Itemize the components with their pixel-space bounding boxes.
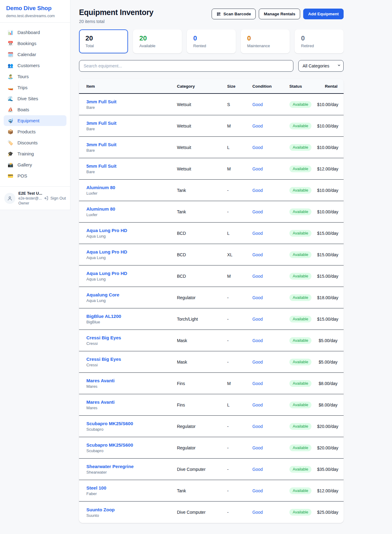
main-content: Equipment Inventory 20 items total Scan … [79, 8, 344, 532]
item-name-link[interactable]: Cressi Big Eyes [86, 335, 177, 340]
category-cell: Dive Computer [177, 510, 227, 515]
condition-link[interactable]: Good [252, 188, 289, 193]
condition-link[interactable]: Good [252, 510, 289, 515]
condition-link[interactable]: Good [252, 295, 289, 300]
item-name-link[interactable]: Mares Avanti [86, 399, 177, 405]
category-cell: Fins [177, 402, 227, 407]
condition-link[interactable]: Good [252, 145, 289, 150]
sidebar-item-customers[interactable]: 👥Customers [4, 60, 66, 71]
item-cell: Scubapro MK25/S600Scubapro [79, 421, 177, 432]
category-cell: Fins [177, 381, 227, 386]
status-badge: Available [289, 402, 312, 408]
item-name-link[interactable]: Aqualung Core [86, 292, 177, 297]
calendar-icon: 🗓️ [7, 52, 13, 57]
status-badge: Available [289, 380, 312, 387]
item-name-link[interactable]: Mares Avanti [86, 378, 177, 383]
search-input[interactable] [79, 60, 293, 72]
stat-label: Available [139, 44, 175, 48]
condition-link[interactable]: Good [252, 381, 289, 386]
sidebar-item-discounts[interactable]: 🏷️Discounts [4, 137, 66, 148]
size-cell: - [227, 445, 252, 450]
item-name-link[interactable]: 3mm Full Suit [86, 120, 177, 126]
status-badge: Available [289, 230, 312, 237]
item-cell: Aqua Lung Pro HDAqua Lung [79, 271, 177, 281]
stats-row: 20Total20Available0Rented0Maintenance0Re… [79, 29, 344, 53]
sidebar-item-label: POS [17, 173, 27, 178]
sidebar-item-training[interactable]: 🎓Training [4, 148, 66, 159]
item-name-link[interactable]: Cressi Big Eyes [86, 357, 177, 362]
condition-link[interactable]: Good [252, 338, 289, 343]
item-cell: Steel 100Faber [79, 485, 177, 496]
condition-link[interactable]: Good [252, 424, 289, 429]
sidebar-item-products[interactable]: 📦Products [4, 126, 66, 137]
item-name-link[interactable]: Aluminum 80 [86, 206, 177, 212]
sign-out-button[interactable]: Sign Out [44, 196, 66, 200]
manage-rentals-button[interactable]: Manage Rentals [259, 9, 300, 19]
brand-title[interactable]: Demo Dive Shop [6, 5, 64, 12]
stat-card-retired[interactable]: 0Retired [295, 29, 344, 53]
category-filter[interactable]: All Categories [298, 60, 344, 72]
item-name-link[interactable]: Scubapro MK25/S600 [86, 421, 177, 426]
item-name-link[interactable]: 3mm Full Suit [86, 99, 177, 104]
condition-link[interactable]: Good [252, 209, 289, 214]
sidebar-item-label: Calendar [17, 52, 36, 57]
condition-link[interactable]: Good [252, 317, 289, 322]
table-row: 3mm Full SuitBareWetsuitLGoodAvailable$1… [79, 137, 344, 158]
condition-link[interactable]: Good [252, 360, 289, 364]
condition-link[interactable]: Good [252, 231, 289, 236]
status-badge: Available [289, 359, 312, 365]
category-cell: BCD [177, 252, 227, 257]
item-name-link[interactable]: Scubapro MK25/S600 [86, 442, 177, 448]
sidebar-item-equipment[interactable]: 🤿Equipment [4, 115, 66, 126]
sidebar-item-trips[interactable]: 🚤Trips [4, 82, 66, 93]
condition-link[interactable]: Good [252, 488, 289, 493]
item-name-link[interactable]: Suunto Zoop [86, 507, 177, 512]
stat-card-total[interactable]: 20Total [79, 29, 128, 53]
table-row: Aluminum 80LuxferTank-GoodAvailable$10.0… [79, 201, 344, 223]
rental-price: $8.00/day [317, 402, 344, 407]
condition-link[interactable]: Good [252, 274, 289, 279]
size-cell: M [227, 166, 252, 171]
item-brand: Bare [86, 148, 177, 153]
sidebar-item-gallery[interactable]: 📸Gallery [4, 159, 66, 170]
item-name-link[interactable]: Shearwater Peregrine [86, 464, 177, 469]
rental-price: $35.00/day [317, 467, 344, 472]
condition-link[interactable]: Good [252, 252, 289, 257]
stat-card-available[interactable]: 20Available [133, 29, 182, 53]
condition-link[interactable]: Good [252, 102, 289, 107]
sidebar-item-bookings[interactable]: 📅Bookings [4, 38, 66, 49]
sidebar-item-boats[interactable]: ⛵Boats [4, 104, 66, 115]
discounts-icon: 🏷️ [7, 140, 13, 145]
stat-value: 0 [301, 35, 337, 42]
stat-card-rented[interactable]: 0Rented [187, 29, 236, 53]
page-title: Equipment Inventory [79, 8, 153, 17]
item-name-link[interactable]: Aqua Lung Pro HD [86, 228, 177, 233]
sidebar-item-calendar[interactable]: 🗓️Calendar [4, 49, 66, 60]
item-name-link[interactable]: BigBlue AL1200 [86, 314, 177, 319]
stat-label: Maintenance [247, 44, 283, 48]
table-row: Scubapro MK25/S600ScubaproRegulator-Good… [79, 437, 344, 459]
condition-link[interactable]: Good [252, 124, 289, 128]
item-name-link[interactable]: 3mm Full Suit [86, 142, 177, 147]
size-cell: - [227, 360, 252, 364]
sidebar-item-pos[interactable]: 💳POS [4, 170, 66, 181]
condition-link[interactable]: Good [252, 402, 289, 407]
item-name-link[interactable]: Aluminum 80 [86, 185, 177, 190]
condition-link[interactable]: Good [252, 445, 289, 450]
table-row: Mares AvantiMaresFinsMGoodAvailable$8.00… [79, 373, 344, 394]
condition-link[interactable]: Good [252, 166, 289, 171]
stat-card-maintenance[interactable]: 0Maintenance [241, 29, 290, 53]
sidebar-item-tours[interactable]: 🏝️Tours [4, 71, 66, 82]
item-name-link[interactable]: Steel 100 [86, 485, 177, 490]
item-name-link[interactable]: 5mm Full Suit [86, 163, 177, 169]
scan-barcode-button[interactable]: Scan Barcode [212, 9, 256, 19]
condition-link[interactable]: Good [252, 467, 289, 472]
add-equipment-button[interactable]: Add Equipment [303, 9, 344, 19]
status-cell: Available [289, 273, 317, 280]
item-brand: Faber [86, 491, 177, 496]
sidebar-item-dive-sites[interactable]: 🌊Dive Sites [4, 93, 66, 104]
item-name-link[interactable]: Aqua Lung Pro HD [86, 271, 177, 276]
sidebar-item-dashboard[interactable]: 📊Dashboard [4, 27, 66, 38]
stat-label: Retired [301, 44, 337, 48]
item-name-link[interactable]: Aqua Lung Pro HD [86, 249, 177, 254]
